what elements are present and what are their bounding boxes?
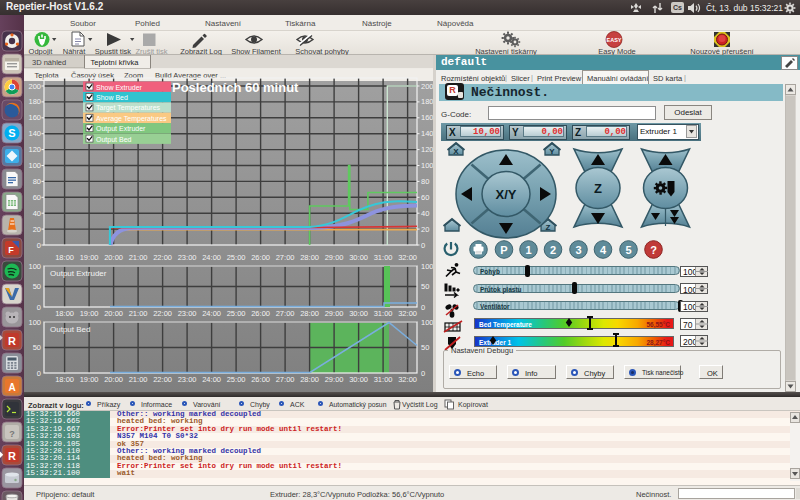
svg-text:30:00: 30:00	[349, 253, 368, 262]
svg-text:Output Bed: Output Bed	[50, 325, 90, 334]
svg-text:50: 50	[33, 343, 41, 352]
svg-text:22:00: 22:00	[153, 375, 172, 384]
svg-text:100: 100	[28, 262, 41, 271]
svg-text:Output Extruder: Output Extruder	[96, 125, 146, 133]
svg-text:18:00: 18:00	[55, 253, 74, 262]
svg-text:Output Bed: Output Bed	[96, 136, 132, 144]
svg-text:28:00: 28:00	[300, 253, 319, 262]
svg-text:200: 200	[28, 82, 41, 91]
svg-text:21:00: 21:00	[129, 253, 148, 262]
svg-text:27:00: 27:00	[276, 253, 295, 262]
svg-text:A: A	[8, 382, 15, 393]
svg-text:50: 50	[421, 343, 429, 352]
svg-text:0: 0	[421, 303, 425, 312]
svg-text:27:00: 27:00	[276, 375, 295, 384]
svg-text:Target Temperatures: Target Temperatures	[96, 104, 161, 112]
svg-text:180: 180	[421, 97, 433, 106]
svg-text:100: 100	[28, 318, 41, 327]
svg-text:80: 80	[33, 177, 41, 186]
svg-text:20: 20	[421, 225, 429, 234]
svg-text:18:00: 18:00	[55, 309, 74, 318]
svg-text:100: 100	[421, 161, 433, 170]
svg-text:31:00: 31:00	[374, 253, 393, 262]
svg-text:1: 1	[525, 244, 531, 256]
svg-text:2: 2	[550, 244, 556, 256]
svg-text:28:00: 28:00	[300, 375, 319, 384]
svg-text:X/Y: X/Y	[496, 187, 517, 202]
svg-text:Show Extruder: Show Extruder	[96, 84, 143, 91]
svg-text:25:00: 25:00	[227, 253, 246, 262]
svg-text:40: 40	[33, 209, 41, 218]
svg-text:32:00: 32:00	[398, 309, 417, 318]
svg-text:140: 140	[421, 129, 433, 138]
svg-text:Show Bed: Show Bed	[96, 94, 128, 101]
svg-text:140: 140	[28, 129, 41, 138]
svg-text:Y: Y	[549, 147, 555, 156]
svg-text:40: 40	[421, 209, 429, 218]
svg-text:31:00: 31:00	[374, 309, 393, 318]
svg-text:Posledních 60 minut: Posledních 60 minut	[172, 80, 299, 95]
svg-text:4: 4	[600, 244, 607, 256]
svg-text:30:00: 30:00	[349, 375, 368, 384]
svg-text:60: 60	[421, 193, 429, 202]
svg-text:24:00: 24:00	[202, 309, 221, 318]
svg-text:21:00: 21:00	[129, 375, 148, 384]
svg-text:0: 0	[421, 241, 425, 250]
svg-text:23:00: 23:00	[178, 309, 197, 318]
svg-text:29:00: 29:00	[325, 253, 344, 262]
svg-text:26:00: 26:00	[251, 253, 270, 262]
svg-text:32:00: 32:00	[398, 253, 417, 262]
svg-text:EASY: EASY	[607, 37, 622, 43]
svg-text:19:00: 19:00	[80, 253, 99, 262]
svg-text:25:00: 25:00	[227, 309, 246, 318]
svg-text:30:00: 30:00	[349, 309, 368, 318]
svg-text:100: 100	[28, 161, 41, 170]
svg-text:22:00: 22:00	[153, 253, 172, 262]
svg-text:3: 3	[575, 244, 581, 256]
svg-text:80: 80	[421, 177, 429, 186]
svg-text:Average Temperatures: Average Temperatures	[96, 115, 167, 123]
svg-text:Teplotní křivka: Teplotní křivka	[91, 58, 140, 67]
svg-text:3D náhled: 3D náhled	[32, 58, 66, 67]
svg-text:19:00: 19:00	[80, 375, 99, 384]
svg-text:50: 50	[421, 282, 429, 291]
svg-text:5: 5	[625, 244, 631, 256]
svg-text:23:00: 23:00	[178, 253, 197, 262]
svg-text:22:00: 22:00	[153, 309, 172, 318]
svg-text:R: R	[8, 450, 16, 462]
svg-text:60: 60	[33, 193, 41, 202]
svg-text:?: ?	[9, 429, 15, 439]
svg-text:20: 20	[33, 225, 41, 234]
svg-text:32:00: 32:00	[398, 375, 417, 384]
svg-text:19:00: 19:00	[80, 309, 99, 318]
svg-text:27:00: 27:00	[276, 309, 295, 318]
svg-text:S: S	[8, 127, 15, 139]
svg-text:29:00: 29:00	[325, 375, 344, 384]
svg-text:20:00: 20:00	[104, 309, 123, 318]
svg-text:180: 180	[28, 97, 41, 106]
svg-text:29:00: 29:00	[325, 309, 344, 318]
svg-text:100: 100	[421, 262, 433, 271]
svg-text:Output Extruder: Output Extruder	[50, 269, 107, 278]
svg-text:Z: Z	[546, 223, 551, 232]
svg-text:26:00: 26:00	[251, 309, 270, 318]
svg-text:Z: Z	[594, 181, 602, 196]
svg-text:200: 200	[421, 82, 433, 91]
svg-text:50: 50	[33, 282, 41, 291]
svg-text:R: R	[8, 335, 16, 347]
svg-text:20:00: 20:00	[104, 375, 123, 384]
svg-text:28:00: 28:00	[300, 309, 319, 318]
svg-text:25:00: 25:00	[227, 375, 246, 384]
svg-text:0: 0	[37, 369, 41, 378]
svg-text:24:00: 24:00	[202, 253, 221, 262]
svg-text:F: F	[8, 245, 14, 255]
svg-text:100: 100	[421, 318, 433, 327]
svg-text:160: 160	[28, 113, 41, 122]
svg-text:120: 120	[28, 145, 41, 154]
svg-text:18:00: 18:00	[55, 375, 74, 384]
svg-text:?: ?	[650, 244, 657, 256]
svg-text:23:00: 23:00	[178, 375, 197, 384]
svg-text:120: 120	[421, 145, 433, 154]
svg-text:0: 0	[421, 369, 425, 378]
svg-text:P: P	[500, 244, 507, 256]
